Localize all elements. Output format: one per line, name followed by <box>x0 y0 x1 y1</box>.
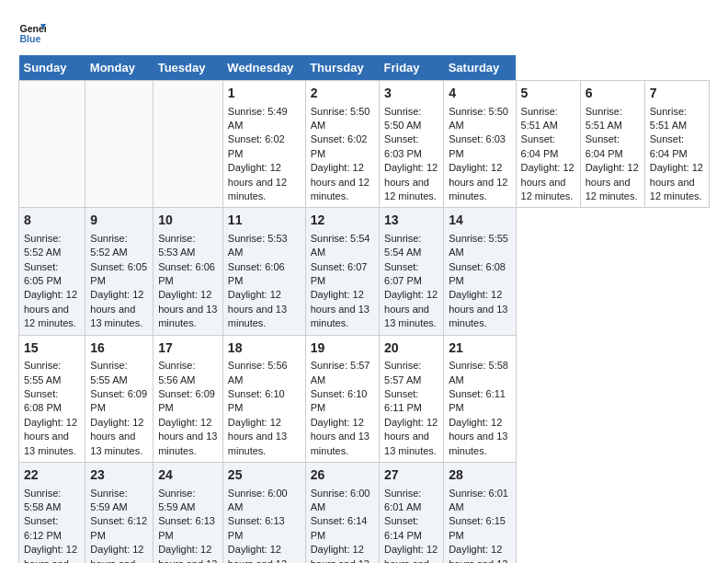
day-cell-7: 7 Sunrise: 5:51 AM Sunset: 6:04 PM Dayli… <box>644 81 709 208</box>
day-cell-10: 10 Sunrise: 5:53 AM Sunset: 6:06 PM Dayl… <box>154 208 223 335</box>
sunrise-text: Sunrise: 5:56 AM <box>228 360 288 385</box>
day-number: 17 <box>158 339 218 358</box>
daylight-text: Daylight: 12 hours and 13 minutes. <box>158 544 217 563</box>
daylight-text: Daylight: 12 hours and 12 minutes. <box>449 162 507 201</box>
header-cell-thursday: Thursday <box>305 55 379 81</box>
day-cell-25: 25 Sunrise: 6:00 AM Sunset: 6:13 PM Dayl… <box>222 462 305 563</box>
day-number: 9 <box>90 212 148 230</box>
sunset-text: Sunset: 6:03 PM <box>449 133 506 158</box>
sunrise-text: Sunrise: 5:54 AM <box>311 233 370 258</box>
day-cell-1: 1 Sunrise: 5:49 AM Sunset: 6:02 PM Dayli… <box>222 81 305 208</box>
daylight-text: Daylight: 12 hours and 13 minutes. <box>24 417 77 456</box>
day-cell-11: 11 Sunrise: 5:53 AM Sunset: 6:06 PM Dayl… <box>222 208 305 335</box>
sunset-text: Sunset: 6:11 PM <box>384 388 422 413</box>
day-cell-24: 24 Sunrise: 5:59 AM Sunset: 6:13 PM Dayl… <box>154 462 223 563</box>
sunset-text: Sunset: 6:10 PM <box>311 388 368 413</box>
day-cell-3: 3 Sunrise: 5:50 AM Sunset: 6:03 PM Dayli… <box>380 81 444 208</box>
daylight-text: Daylight: 12 hours and 12 minutes. <box>586 162 639 201</box>
daylight-text: Daylight: 12 hours and 13 minutes. <box>384 417 438 456</box>
sunset-text: Sunset: 6:02 PM <box>228 133 285 158</box>
daylight-text: Daylight: 12 hours and 12 minutes. <box>650 162 703 201</box>
day-number: 8 <box>24 212 80 230</box>
sunset-text: Sunset: 6:11 PM <box>449 388 506 413</box>
sunset-text: Sunset: 6:08 PM <box>24 388 62 413</box>
sunrise-text: Sunrise: 5:57 AM <box>384 360 421 385</box>
day-number: 6 <box>586 85 640 103</box>
day-cell-5: 5 Sunrise: 5:51 AM Sunset: 6:04 PM Dayli… <box>516 81 580 208</box>
day-cell-17: 17 Sunrise: 5:56 AM Sunset: 6:09 PM Dayl… <box>154 335 223 462</box>
sunset-text: Sunset: 6:09 PM <box>90 388 147 413</box>
sunrise-text: Sunrise: 5:51 AM <box>650 106 687 131</box>
sunrise-text: Sunrise: 5:49 AM <box>228 106 288 131</box>
logo-icon: General Blue <box>18 18 46 46</box>
sunset-text: Sunset: 6:07 PM <box>311 261 368 286</box>
day-number: 18 <box>228 339 301 358</box>
sunrise-text: Sunrise: 5:50 AM <box>384 106 421 131</box>
sunrise-text: Sunrise: 5:57 AM <box>311 360 370 385</box>
week-row-3: 15 Sunrise: 5:55 AM Sunset: 6:08 PM Dayl… <box>19 335 710 462</box>
day-number: 28 <box>449 466 510 485</box>
sunset-text: Sunset: 6:04 PM <box>521 133 559 158</box>
sunset-text: Sunset: 6:04 PM <box>650 133 688 158</box>
day-cell-23: 23 Sunrise: 5:59 AM Sunset: 6:12 PM Dayl… <box>85 462 154 563</box>
sunrise-text: Sunrise: 5:59 AM <box>158 488 195 512</box>
page-header: General Blue <box>18 18 710 46</box>
sunset-text: Sunset: 6:08 PM <box>449 261 506 286</box>
sunset-text: Sunset: 6:03 PM <box>384 133 422 158</box>
sunrise-text: Sunrise: 5:52 AM <box>24 233 61 258</box>
empty-cell <box>19 81 85 208</box>
header-cell-saturday: Saturday <box>444 55 516 81</box>
daylight-text: Daylight: 12 hours and 12 minutes. <box>521 162 574 201</box>
day-cell-22: 22 Sunrise: 5:58 AM Sunset: 6:12 PM Dayl… <box>19 462 85 563</box>
daylight-text: Daylight: 12 hours and 13 minutes. <box>449 544 507 563</box>
sunrise-text: Sunrise: 5:51 AM <box>521 106 558 131</box>
week-row-2: 8 Sunrise: 5:52 AM Sunset: 6:05 PM Dayli… <box>19 208 710 335</box>
day-number: 1 <box>228 85 301 103</box>
logo: General Blue <box>18 18 50 46</box>
day-cell-9: 9 Sunrise: 5:52 AM Sunset: 6:05 PM Dayli… <box>85 208 154 335</box>
day-number: 23 <box>90 466 148 485</box>
header-row: SundayMondayTuesdayWednesdayThursdayFrid… <box>19 55 710 81</box>
calendar-body: 1 Sunrise: 5:49 AM Sunset: 6:02 PM Dayli… <box>19 81 710 564</box>
sunset-text: Sunset: 6:14 PM <box>384 515 422 540</box>
daylight-text: Daylight: 12 hours and 12 minutes. <box>228 162 287 201</box>
daylight-text: Daylight: 12 hours and 13 minutes. <box>158 417 217 456</box>
sunset-text: Sunset: 6:12 PM <box>24 515 62 540</box>
day-number: 24 <box>158 466 218 485</box>
day-cell-20: 20 Sunrise: 5:57 AM Sunset: 6:11 PM Dayl… <box>380 335 444 462</box>
sunset-text: Sunset: 6:15 PM <box>449 515 506 540</box>
day-number: 5 <box>521 85 575 103</box>
week-row-4: 22 Sunrise: 5:58 AM Sunset: 6:12 PM Dayl… <box>19 462 710 563</box>
day-number: 3 <box>384 85 438 103</box>
daylight-text: Daylight: 12 hours and 12 minutes. <box>311 162 370 201</box>
day-cell-21: 21 Sunrise: 5:58 AM Sunset: 6:11 PM Dayl… <box>444 335 516 462</box>
day-cell-18: 18 Sunrise: 5:56 AM Sunset: 6:10 PM Dayl… <box>222 335 305 462</box>
header-cell-sunday: Sunday <box>19 55 85 81</box>
day-cell-27: 27 Sunrise: 6:01 AM Sunset: 6:14 PM Dayl… <box>380 462 444 563</box>
daylight-text: Daylight: 12 hours and 13 minutes. <box>311 544 370 563</box>
day-number: 16 <box>90 339 148 358</box>
day-cell-6: 6 Sunrise: 5:51 AM Sunset: 6:04 PM Dayli… <box>580 81 644 208</box>
day-number: 15 <box>24 339 80 358</box>
header-cell-monday: Monday <box>85 55 154 81</box>
daylight-text: Daylight: 12 hours and 13 minutes. <box>90 544 143 563</box>
day-cell-16: 16 Sunrise: 5:55 AM Sunset: 6:09 PM Dayl… <box>85 335 154 462</box>
daylight-text: Daylight: 12 hours and 13 minutes. <box>311 289 370 328</box>
day-number: 14 <box>449 212 510 230</box>
day-number: 25 <box>228 466 301 485</box>
day-number: 4 <box>449 85 510 103</box>
day-number: 26 <box>311 466 374 485</box>
day-cell-13: 13 Sunrise: 5:54 AM Sunset: 6:07 PM Dayl… <box>380 208 444 335</box>
empty-cell <box>154 81 223 208</box>
day-number: 27 <box>384 466 438 485</box>
week-row-1: 1 Sunrise: 5:49 AM Sunset: 6:02 PM Dayli… <box>19 81 710 208</box>
day-number: 2 <box>311 85 374 103</box>
sunrise-text: Sunrise: 6:01 AM <box>449 488 508 512</box>
sunrise-text: Sunrise: 6:00 AM <box>311 488 370 512</box>
empty-cell <box>85 81 154 208</box>
day-cell-28: 28 Sunrise: 6:01 AM Sunset: 6:15 PM Dayl… <box>444 462 516 563</box>
day-cell-26: 26 Sunrise: 6:00 AM Sunset: 6:14 PM Dayl… <box>305 462 379 563</box>
sunrise-text: Sunrise: 5:58 AM <box>449 360 508 385</box>
calendar-table: SundayMondayTuesdayWednesdayThursdayFrid… <box>18 55 710 563</box>
day-number: 11 <box>228 212 301 230</box>
